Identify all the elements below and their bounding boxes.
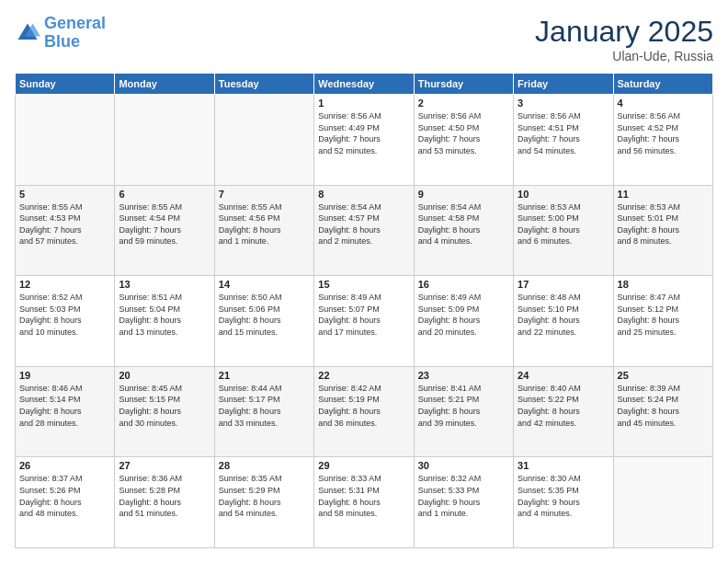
day-info: Sunrise: 8:52 AM Sunset: 5:03 PM Dayligh… <box>19 292 110 338</box>
day-number: 2 <box>418 98 509 109</box>
col-saturday: Saturday <box>613 74 712 95</box>
calendar-week-0: 1Sunrise: 8:56 AM Sunset: 4:49 PM Daylig… <box>16 95 713 186</box>
table-row: 13Sunrise: 8:51 AM Sunset: 5:04 PM Dayli… <box>115 276 214 367</box>
col-sunday: Sunday <box>16 74 115 95</box>
table-row: 10Sunrise: 8:53 AM Sunset: 5:00 PM Dayli… <box>514 185 613 276</box>
day-number: 9 <box>418 189 509 200</box>
header: General Blue January 2025 Ulan-Ude, Russ… <box>15 15 713 63</box>
day-number: 4 <box>618 98 709 109</box>
logo-line2: Blue <box>44 32 80 51</box>
calendar-week-3: 19Sunrise: 8:46 AM Sunset: 5:14 PM Dayli… <box>16 366 713 457</box>
table-row: 1Sunrise: 8:56 AM Sunset: 4:49 PM Daylig… <box>314 95 414 186</box>
table-row: 7Sunrise: 8:55 AM Sunset: 4:56 PM Daylig… <box>214 185 313 276</box>
day-info: Sunrise: 8:51 AM Sunset: 5:04 PM Dayligh… <box>119 292 210 338</box>
day-info: Sunrise: 8:49 AM Sunset: 5:09 PM Dayligh… <box>418 292 509 338</box>
day-number: 24 <box>518 370 609 381</box>
table-row: 2Sunrise: 8:56 AM Sunset: 4:50 PM Daylig… <box>414 95 513 186</box>
day-info: Sunrise: 8:54 AM Sunset: 4:57 PM Dayligh… <box>318 201 409 247</box>
day-number: 7 <box>219 189 310 200</box>
day-info: Sunrise: 8:39 AM Sunset: 5:24 PM Dayligh… <box>618 383 709 429</box>
day-number: 6 <box>119 189 210 200</box>
table-row <box>214 95 313 186</box>
day-number: 23 <box>418 370 509 381</box>
table-row: 18Sunrise: 8:47 AM Sunset: 5:12 PM Dayli… <box>613 276 712 367</box>
day-number: 31 <box>518 460 609 471</box>
day-info: Sunrise: 8:40 AM Sunset: 5:22 PM Dayligh… <box>518 383 609 429</box>
table-row <box>16 95 115 186</box>
calendar-week-2: 12Sunrise: 8:52 AM Sunset: 5:03 PM Dayli… <box>16 276 713 367</box>
day-number: 14 <box>219 279 310 290</box>
day-info: Sunrise: 8:49 AM Sunset: 5:07 PM Dayligh… <box>318 292 409 338</box>
day-number: 28 <box>219 460 310 471</box>
col-thursday: Thursday <box>414 74 513 95</box>
table-row: 29Sunrise: 8:33 AM Sunset: 5:31 PM Dayli… <box>314 457 414 548</box>
logo-text: General Blue <box>44 15 106 52</box>
day-info: Sunrise: 8:44 AM Sunset: 5:17 PM Dayligh… <box>219 383 310 429</box>
calendar-table: Sunday Monday Tuesday Wednesday Thursday… <box>15 73 713 548</box>
logo-line1: General <box>44 14 106 32</box>
day-info: Sunrise: 8:45 AM Sunset: 5:15 PM Dayligh… <box>119 383 210 429</box>
table-row: 19Sunrise: 8:46 AM Sunset: 5:14 PM Dayli… <box>16 366 115 457</box>
day-info: Sunrise: 8:53 AM Sunset: 5:00 PM Dayligh… <box>518 201 609 247</box>
day-info: Sunrise: 8:30 AM Sunset: 5:35 PM Dayligh… <box>518 473 609 519</box>
day-number: 17 <box>518 279 609 290</box>
table-row: 5Sunrise: 8:55 AM Sunset: 4:53 PM Daylig… <box>16 185 115 276</box>
logo-icon <box>15 20 40 46</box>
table-row: 27Sunrise: 8:36 AM Sunset: 5:28 PM Dayli… <box>115 457 214 548</box>
table-row: 16Sunrise: 8:49 AM Sunset: 5:09 PM Dayli… <box>414 276 513 367</box>
table-row: 6Sunrise: 8:55 AM Sunset: 4:54 PM Daylig… <box>115 185 214 276</box>
day-info: Sunrise: 8:55 AM Sunset: 4:53 PM Dayligh… <box>19 201 110 247</box>
day-number: 27 <box>119 460 210 471</box>
table-row: 15Sunrise: 8:49 AM Sunset: 5:07 PM Dayli… <box>314 276 414 367</box>
day-number: 11 <box>618 189 709 200</box>
day-number: 12 <box>19 279 110 290</box>
table-row: 24Sunrise: 8:40 AM Sunset: 5:22 PM Dayli… <box>514 366 613 457</box>
col-friday: Friday <box>514 74 613 95</box>
col-tuesday: Tuesday <box>214 74 313 95</box>
day-info: Sunrise: 8:56 AM Sunset: 4:52 PM Dayligh… <box>618 110 709 156</box>
table-row: 3Sunrise: 8:56 AM Sunset: 4:51 PM Daylig… <box>514 95 613 186</box>
col-monday: Monday <box>115 74 214 95</box>
day-number: 25 <box>618 370 709 381</box>
day-info: Sunrise: 8:54 AM Sunset: 4:58 PM Dayligh… <box>418 201 509 247</box>
table-row: 17Sunrise: 8:48 AM Sunset: 5:10 PM Dayli… <box>514 276 613 367</box>
table-row: 4Sunrise: 8:56 AM Sunset: 4:52 PM Daylig… <box>613 95 712 186</box>
calendar-week-1: 5Sunrise: 8:55 AM Sunset: 4:53 PM Daylig… <box>16 185 713 276</box>
table-row: 30Sunrise: 8:32 AM Sunset: 5:33 PM Dayli… <box>414 457 513 548</box>
location: Ulan-Ude, Russia <box>535 49 713 63</box>
day-number: 15 <box>318 279 409 290</box>
table-row: 28Sunrise: 8:35 AM Sunset: 5:29 PM Dayli… <box>214 457 313 548</box>
day-info: Sunrise: 8:36 AM Sunset: 5:28 PM Dayligh… <box>119 473 210 519</box>
day-number: 20 <box>119 370 210 381</box>
page: General Blue January 2025 Ulan-Ude, Russ… <box>0 0 728 563</box>
day-info: Sunrise: 8:48 AM Sunset: 5:10 PM Dayligh… <box>518 292 609 338</box>
day-number: 18 <box>618 279 709 290</box>
day-number: 3 <box>518 98 609 109</box>
day-number: 16 <box>418 279 509 290</box>
day-number: 26 <box>19 460 110 471</box>
day-number: 8 <box>318 189 409 200</box>
calendar-body: 1Sunrise: 8:56 AM Sunset: 4:49 PM Daylig… <box>16 95 713 548</box>
table-row: 22Sunrise: 8:42 AM Sunset: 5:19 PM Dayli… <box>314 366 414 457</box>
day-info: Sunrise: 8:47 AM Sunset: 5:12 PM Dayligh… <box>618 292 709 338</box>
day-number: 1 <box>318 98 409 109</box>
table-row: 21Sunrise: 8:44 AM Sunset: 5:17 PM Dayli… <box>214 366 313 457</box>
day-info: Sunrise: 8:35 AM Sunset: 5:29 PM Dayligh… <box>219 473 310 519</box>
table-row: 31Sunrise: 8:30 AM Sunset: 5:35 PM Dayli… <box>514 457 613 548</box>
table-row: 11Sunrise: 8:53 AM Sunset: 5:01 PM Dayli… <box>613 185 712 276</box>
table-row: 9Sunrise: 8:54 AM Sunset: 4:58 PM Daylig… <box>414 185 513 276</box>
table-row: 8Sunrise: 8:54 AM Sunset: 4:57 PM Daylig… <box>314 185 414 276</box>
day-number: 5 <box>19 189 110 200</box>
day-info: Sunrise: 8:37 AM Sunset: 5:26 PM Dayligh… <box>19 473 110 519</box>
day-info: Sunrise: 8:32 AM Sunset: 5:33 PM Dayligh… <box>418 473 509 519</box>
logo: General Blue <box>15 15 106 52</box>
day-info: Sunrise: 8:56 AM Sunset: 4:50 PM Dayligh… <box>418 110 509 156</box>
day-info: Sunrise: 8:41 AM Sunset: 5:21 PM Dayligh… <box>418 383 509 429</box>
month-title: January 2025 <box>535 15 713 49</box>
day-info: Sunrise: 8:55 AM Sunset: 4:54 PM Dayligh… <box>119 201 210 247</box>
day-info: Sunrise: 8:50 AM Sunset: 5:06 PM Dayligh… <box>219 292 310 338</box>
table-row: 25Sunrise: 8:39 AM Sunset: 5:24 PM Dayli… <box>613 366 712 457</box>
day-number: 19 <box>19 370 110 381</box>
day-number: 21 <box>219 370 310 381</box>
day-number: 13 <box>119 279 210 290</box>
